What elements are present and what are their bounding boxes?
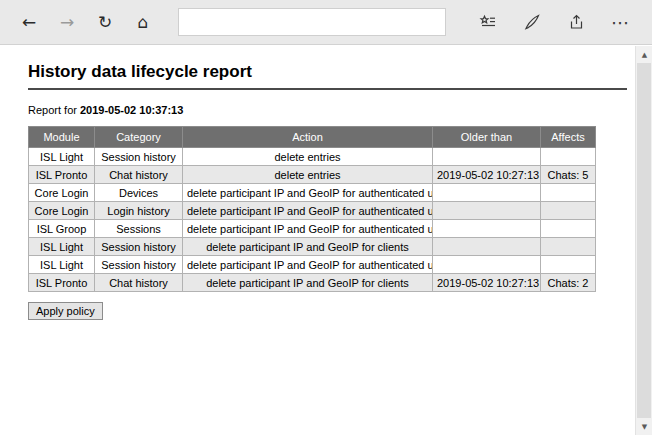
table-cell: Login history xyxy=(95,202,183,220)
column-header-affects: Affects xyxy=(541,127,596,148)
vertical-scrollbar[interactable]: ▲ ▼ xyxy=(635,46,652,435)
table-cell: delete participant IP and GeoIP for clie… xyxy=(183,238,433,256)
table-cell: Chats: 2 xyxy=(541,274,596,292)
table-cell: delete entries xyxy=(183,166,433,184)
apply-policy-button[interactable]: Apply policy xyxy=(28,302,103,320)
table-cell: Core Login xyxy=(29,184,95,202)
table-cell xyxy=(541,184,596,202)
table-cell: Sessions xyxy=(95,220,183,238)
home-icon[interactable]: ⌂ xyxy=(126,5,160,39)
page-title: History data lifecycle report xyxy=(28,62,627,82)
report-timestamp-line: Report for 2019-05-02 10:37:13 xyxy=(28,104,627,116)
table-cell: Session history xyxy=(95,256,183,274)
scroll-down-icon[interactable]: ▼ xyxy=(636,418,652,435)
table-cell: delete participant IP and GeoIP for auth… xyxy=(183,202,433,220)
table-cell xyxy=(541,256,596,274)
forward-icon[interactable]: → xyxy=(50,5,84,39)
table-row: ISL Pronto Chat history delete entries 2… xyxy=(29,166,596,184)
column-header-action: Action xyxy=(183,127,433,148)
refresh-icon[interactable]: ↻ xyxy=(88,5,122,39)
table-cell: ISL Light xyxy=(29,238,95,256)
table-row: ISL Light Session history delete partici… xyxy=(29,238,596,256)
lifecycle-report-table: Module Category Action Older than Affect… xyxy=(28,126,596,292)
table-cell xyxy=(433,184,541,202)
toolbar-right-icons: ⋯ xyxy=(466,5,642,39)
back-icon[interactable]: ← xyxy=(12,5,46,39)
table-row: ISL Light Session history delete entries xyxy=(29,148,596,166)
table-cell: Chat history xyxy=(95,274,183,292)
scrollbar-thumb[interactable] xyxy=(637,63,651,418)
table-cell: delete entries xyxy=(183,148,433,166)
table-cell xyxy=(541,220,596,238)
favorites-hub-icon[interactable] xyxy=(471,5,505,39)
table-cell: ISL Light xyxy=(29,256,95,274)
column-header-module: Module xyxy=(29,127,95,148)
table-cell: delete participant IP and GeoIP for auth… xyxy=(183,256,433,274)
browser-toolbar: ← → ↻ ⌂ ⋯ xyxy=(0,0,652,45)
table-cell: Session history xyxy=(95,148,183,166)
scroll-up-icon[interactable]: ▲ xyxy=(636,46,652,63)
table-cell: Devices xyxy=(95,184,183,202)
table-cell: 2019-05-02 10:27:13 xyxy=(433,274,541,292)
table-cell xyxy=(541,202,596,220)
table-cell xyxy=(433,256,541,274)
table-cell: Core Login xyxy=(29,202,95,220)
table-cell xyxy=(433,148,541,166)
column-header-older-than: Older than xyxy=(433,127,541,148)
table-cell: 2019-05-02 10:27:13 xyxy=(433,166,541,184)
table-cell: ISL Pronto xyxy=(29,274,95,292)
column-header-category: Category xyxy=(95,127,183,148)
table-row: Core Login Login history delete particip… xyxy=(29,202,596,220)
table-cell: Chat history xyxy=(95,166,183,184)
web-note-pen-icon[interactable] xyxy=(515,5,549,39)
table-header-row: Module Category Action Older than Affect… xyxy=(29,127,596,148)
table-row: ISL Light Session history delete partici… xyxy=(29,256,596,274)
table-cell: ISL Light xyxy=(29,148,95,166)
table-cell: delete participant IP and GeoIP for clie… xyxy=(183,274,433,292)
table-cell xyxy=(433,238,541,256)
title-divider xyxy=(28,88,627,90)
table-cell: delete participant IP and GeoIP for auth… xyxy=(183,184,433,202)
address-bar-input[interactable] xyxy=(178,8,446,36)
table-cell xyxy=(433,202,541,220)
table-cell: ISL Groop xyxy=(29,220,95,238)
report-for-label: Report for xyxy=(28,104,80,116)
table-cell: Session history xyxy=(95,238,183,256)
table-cell xyxy=(541,148,596,166)
table-cell xyxy=(541,238,596,256)
report-timestamp: 2019-05-02 10:37:13 xyxy=(80,104,183,116)
table-row: ISL Pronto Chat history delete participa… xyxy=(29,274,596,292)
table-row: Core Login Devices delete participant IP… xyxy=(29,184,596,202)
table-cell xyxy=(433,220,541,238)
more-options-icon[interactable]: ⋯ xyxy=(603,5,637,39)
table-cell: ISL Pronto xyxy=(29,166,95,184)
page-content: History data lifecycle report Report for… xyxy=(0,46,635,435)
table-cell: delete participant IP and GeoIP for auth… xyxy=(183,220,433,238)
table-row: ISL Groop Sessions delete participant IP… xyxy=(29,220,596,238)
table-cell: Chats: 5 xyxy=(541,166,596,184)
share-icon[interactable] xyxy=(559,5,593,39)
